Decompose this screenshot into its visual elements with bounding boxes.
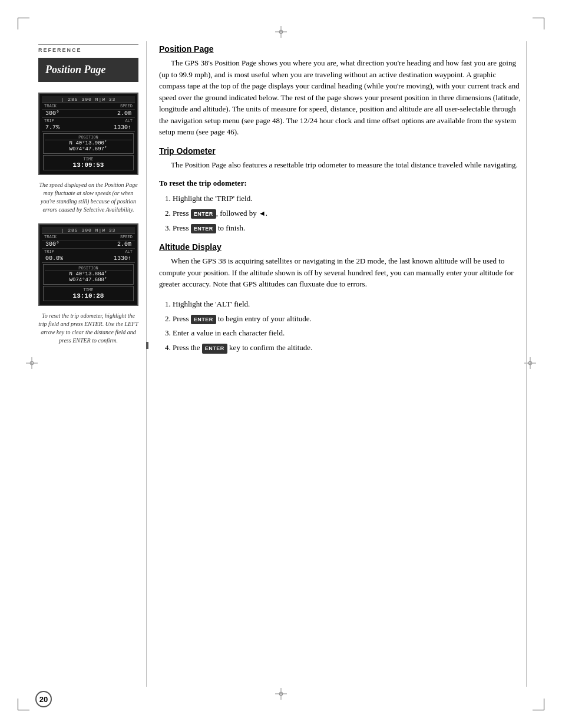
crosshair-left [26,357,38,371]
trip-odometer-steps: 1. Highlight the 'TRIP' field. 2. Press … [159,193,524,234]
main-content: Position Page The GPS 38's Position Page… [147,44,524,363]
page-number: 20 [35,691,52,707]
crosshair-top [275,26,287,40]
page-title: Position Page [38,58,138,82]
alt-step-3: 3. Enter a value in each character field… [165,327,524,340]
reset-sub-heading: To reset the trip odometer: [159,179,524,188]
caption-1: The speed displayed on the Position Page… [38,181,138,214]
gps-screen-2: | 285 300 N|W 33 TRACK SPEED 300° 2.0m T… [38,223,138,306]
enter-button-2: ENTER [191,224,216,233]
trip-odometer-heading: Trip Odometer [159,146,524,156]
enter-button-3: ENTER [191,315,216,324]
altitude-display-heading: Altitude Display [159,242,524,252]
corner-mark-tl [18,18,29,29]
left-arrow-icon: ◄ [259,208,266,219]
sidebar: REFERENCE Position Page | 285 300 N|W 33… [38,44,147,363]
altitude-display-body: When the GPS 38 is acquiring satellites … [159,255,524,290]
gps-screen-1: | 285 300 N|W 33 TRACK SPEED 300° 2.0m T… [38,93,138,175]
altitude-display-section: Altitude Display When the GPS 38 is acqu… [159,242,524,354]
trip-step-1: 1. Highlight the 'TRIP' field. [165,193,524,205]
corner-mark-bl [18,699,29,710]
compass-bar-1: | 285 300 N|W 33 [42,96,135,103]
enter-button-4: ENTER [202,344,227,353]
trip-step-3: 3. Press ENTER to finish. [165,222,524,235]
corner-mark-tr [533,18,544,29]
position-page-heading: Position Page [159,44,524,54]
compass-bar-2: | 285 300 N|W 33 [42,227,135,234]
page-marker [146,342,148,349]
alt-step-4: 4. Press the ENTER key to confirm the al… [165,342,524,354]
altitude-steps: 1. Highlight the 'ALT' field. 2. Press E… [159,298,524,354]
enter-button-1: ENTER [191,209,216,219]
position-page-section: Position Page The GPS 38's Position Page… [159,44,524,138]
reference-label: REFERENCE [38,44,138,53]
caption-2: To reset the trip odometer, highlight th… [38,312,138,345]
trip-odometer-body: The Position Page also features a resett… [159,159,524,171]
alt-step-2: 2. Press ENTER to begin entry of your al… [165,313,524,325]
crosshair-bottom [275,688,287,702]
alt-step-1: 1. Highlight the 'ALT' field. [165,298,524,311]
position-page-body: The GPS 38's Position Page shows you whe… [159,57,524,138]
corner-mark-br [533,699,544,710]
trip-step-2: 2. Press ENTER, followed by ◄. [165,207,524,220]
page-number-container: 20 [35,691,52,707]
trip-odometer-section: Trip Odometer The Position Page also fea… [159,146,524,235]
two-column-layout: REFERENCE Position Page | 285 300 N|W 33… [38,44,524,363]
right-divider [526,41,527,687]
page-layout: REFERENCE Position Page | 285 300 N|W 33… [38,44,524,363]
